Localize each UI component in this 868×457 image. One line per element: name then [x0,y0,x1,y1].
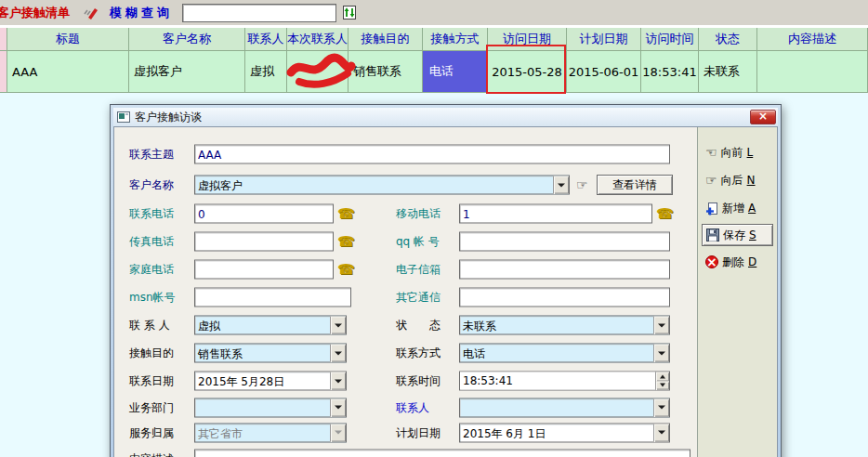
column-header-customer[interactable]: 客户名称 [129,28,245,51]
method-select[interactable]: 电话 [459,344,670,363]
home-phone-input[interactable] [194,260,334,280]
cell-this-contact[interactable] [287,51,349,93]
cell-visit-time[interactable]: 18:53:41 [641,51,699,93]
row-selector[interactable] [0,51,7,93]
cell-title[interactable]: AAA [7,51,129,93]
column-header-purpose[interactable]: 接触目的 [349,28,423,51]
contact-person-select[interactable]: 虚拟 [194,316,347,335]
view-details-button[interactable]: 查看详情 [597,175,673,195]
contact-time-spinner[interactable]: 18:53:41 [459,372,670,391]
plan-date-value: 2015年 6月 1日 [460,424,653,441]
cell-method-selected[interactable]: 电话 [423,51,488,93]
subject-label: 联系主题 [129,147,174,163]
dialog-form-area: 联系主题 客户名称 虚拟客户 ☞ 查看详情 联系电话 ☎ 移动电话 [114,127,697,457]
cell-description[interactable] [757,51,868,93]
cell-purpose[interactable]: 销售联系 [349,51,423,93]
column-header-visit-date[interactable]: 访问日期 [488,28,567,51]
chevron-down-icon[interactable] [330,345,346,362]
contact-date-value: 2015年 5月28日 [195,372,330,390]
cell-customer[interactable]: 虚拟客户 [129,51,245,93]
cell-status[interactable]: 未联系 [699,51,757,93]
other-contact-label: 其它通信 [396,290,441,306]
row-selector-header [0,28,7,51]
email-input[interactable] [459,260,670,280]
status-value: 未联系 [460,317,653,334]
spin-down-icon[interactable] [656,381,669,390]
column-header-visit-time[interactable]: 访问时间 [641,28,699,51]
customer-select[interactable]: 虚拟客户 [194,176,570,195]
chevron-down-icon[interactable] [553,176,569,194]
method-label: 联系方式 [396,346,441,361]
chevron-down-icon[interactable] [653,398,669,416]
chevron-down-icon[interactable] [653,317,669,334]
contact-list-grid: 标题 客户名称 联系人 本次联系人 接触目的 接触方式 访问日期 计划日期 访问… [0,26,868,93]
column-header-this-contact[interactable]: 本次联系人 [287,28,349,51]
top-toolbar: 客户接触清单 模糊查询 [0,0,868,26]
contact-date-label: 联系日期 [129,373,174,389]
contact-person2-value [460,398,653,416]
refresh-icon[interactable] [342,5,357,20]
qq-input[interactable] [459,232,670,252]
msn-label: msn帐号 [129,290,176,306]
save-button[interactable]: 保存 S [702,224,773,246]
grid-header-row: 标题 客户名称 联系人 本次联系人 接触目的 接触方式 访问日期 计划日期 访问… [0,28,868,51]
home-phone-label: 家庭电话 [129,262,174,278]
description-label: 内容描述 [129,451,174,457]
subject-input[interactable] [194,145,670,164]
contact-date-select[interactable]: 2015年 5月28日 [194,372,347,391]
fuzzy-query-input[interactable] [182,4,336,22]
chevron-down-icon[interactable] [653,424,669,441]
department-select[interactable] [194,398,347,417]
phone-input[interactable] [194,204,334,224]
fax-input[interactable] [194,232,334,252]
fuzzy-query-label: 模糊查询 [110,5,173,21]
mobile-input[interactable] [459,204,652,224]
phone-label: 联系电话 [129,206,174,222]
department-label: 业务部门 [129,399,174,415]
spin-up-icon[interactable] [656,372,669,382]
add-button[interactable]: 新增 A [698,194,777,222]
contact-person2-select[interactable] [459,398,670,417]
dialog-titlebar[interactable]: 客户接触访谈 × [113,108,778,126]
msn-input[interactable] [194,288,351,307]
window-icon [117,111,130,123]
column-header-title[interactable]: 标题 [7,28,129,51]
dialog-title: 客户接触访谈 [135,110,750,125]
column-header-plan-date[interactable]: 计划日期 [567,28,641,51]
hand-right-icon: ☞ [705,173,717,188]
contact-person2-label: 联系人 [396,399,429,415]
pointing-hand-icon[interactable]: ☞ [576,177,588,192]
next-button[interactable]: ☞ 向后 N [698,166,777,194]
prev-button[interactable]: ☜ 向前 L [698,138,777,166]
mobile-label: 移动电话 [396,206,441,222]
purpose-select[interactable]: 销售联系 [194,344,347,363]
close-icon[interactable]: × [750,110,776,124]
contact-person-value: 虚拟 [195,317,330,334]
cell-visit-date[interactable]: 2015-05-28 [488,51,567,93]
add-shortcut: A [748,202,756,215]
description-input[interactable] [194,450,690,457]
column-header-contact[interactable]: 联系人 [245,28,287,51]
plan-date-select[interactable]: 2015年 6月 1日 [459,423,670,442]
chevron-down-icon[interactable] [330,372,346,390]
qq-label: qq 帐 号 [396,234,440,250]
next-label: 向后 [721,173,743,189]
status-select[interactable]: 未联系 [459,316,670,335]
other-contact-input[interactable] [459,288,670,307]
column-header-method[interactable]: 接触方式 [423,28,488,51]
column-header-description[interactable]: 内容描述 [757,28,868,51]
phone-icon: ☎ [337,261,355,278]
contact-time-value: 18:53:41 [460,372,655,390]
edit-pencil-icon[interactable] [83,6,99,20]
save-shortcut: S [749,228,756,242]
cell-contact[interactable]: 虚拟 [245,51,287,93]
chevron-down-icon[interactable] [653,345,669,362]
chevron-down-icon[interactable] [330,317,346,334]
chevron-down-icon[interactable] [330,398,346,416]
cell-plan-date[interactable]: 2015-06-01 [567,51,641,93]
column-header-status[interactable]: 状态 [699,28,757,51]
method-value: 电话 [460,345,653,362]
purpose-value: 销售联系 [195,345,330,362]
delete-button[interactable]: × 删除 D [698,248,777,276]
table-row[interactable]: AAA 虚拟客户 虚拟 销售联系 电话 2015-05-28 2015-06-0… [0,51,868,93]
